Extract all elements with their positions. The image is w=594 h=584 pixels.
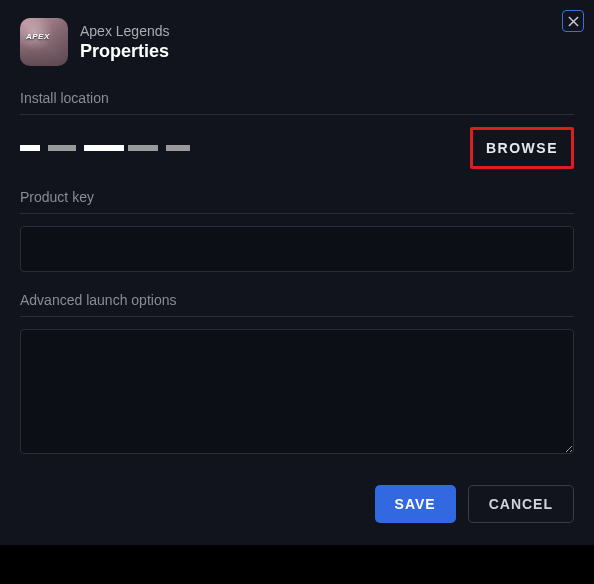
advanced-launch-label: Advanced launch options [20,292,574,308]
dialog-title: Properties [80,41,170,62]
save-button[interactable]: SAVE [375,485,456,523]
install-location-label: Install location [20,90,574,106]
close-button[interactable] [562,10,584,32]
properties-dialog: APEX Apex Legends Properties Install loc… [0,0,594,545]
dialog-header: APEX Apex Legends Properties [20,18,574,66]
browse-highlight-box: BROWSE [470,127,574,169]
product-key-input[interactable] [20,226,574,272]
divider [20,316,574,317]
advanced-launch-textarea[interactable] [20,329,574,454]
product-key-label: Product key [20,189,574,205]
install-location-row: BROWSE [20,127,574,169]
cancel-button[interactable]: CANCEL [468,485,574,523]
header-text: Apex Legends Properties [80,23,170,62]
install-path-redacted [20,145,190,151]
browse-button[interactable]: BROWSE [476,132,568,164]
dialog-footer: SAVE CANCEL [375,485,574,523]
game-icon-text: APEX [26,32,50,41]
game-title: Apex Legends [80,23,170,39]
close-icon [568,16,579,27]
divider [20,213,574,214]
game-icon: APEX [20,18,68,66]
divider [20,114,574,115]
